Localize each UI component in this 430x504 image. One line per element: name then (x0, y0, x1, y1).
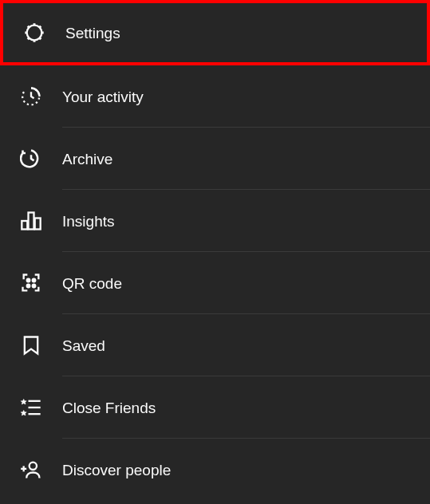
saved-icon (20, 334, 42, 356)
qrcode-icon (20, 272, 42, 294)
svg-point-5 (33, 279, 36, 282)
menu-item-insights[interactable]: Insights (0, 190, 430, 252)
menu-item-settings[interactable]: Settings (0, 0, 430, 65)
gear-icon (23, 22, 45, 44)
svg-point-6 (27, 285, 30, 288)
icon-wrapper (0, 334, 62, 356)
svg-marker-9 (21, 411, 26, 415)
icon-wrapper (0, 85, 62, 108)
svg-rect-1 (22, 221, 27, 230)
menu-label: QR code (62, 274, 430, 293)
svg-point-0 (27, 26, 42, 41)
insights-icon (20, 210, 42, 232)
menu-item-discover-people[interactable]: Discover people (0, 439, 430, 501)
icon-wrapper (0, 272, 62, 294)
menu-label: Discover people (62, 461, 430, 479)
menu-item-your-activity[interactable]: Your activity (0, 65, 430, 128)
svg-point-7 (33, 285, 36, 288)
icon-wrapper (0, 210, 62, 232)
menu-item-archive[interactable]: Archive (0, 128, 430, 190)
menu-label: Settings (65, 24, 427, 42)
discover-people-icon (20, 459, 42, 481)
icon-wrapper (0, 148, 62, 170)
menu-label: Saved (62, 337, 430, 355)
menu-item-qr-code[interactable]: QR code (0, 252, 430, 314)
menu-item-saved[interactable]: Saved (0, 314, 430, 376)
activity-icon (20, 85, 42, 108)
close-friends-icon (20, 396, 42, 419)
svg-point-13 (30, 463, 37, 470)
icon-wrapper (3, 22, 65, 44)
svg-rect-2 (29, 213, 34, 230)
svg-point-4 (27, 279, 30, 282)
archive-icon (20, 148, 42, 170)
icon-wrapper (0, 459, 62, 481)
menu-item-close-friends[interactable]: Close Friends (0, 376, 430, 439)
menu-container: Settings Your activity (0, 0, 430, 501)
svg-rect-3 (35, 219, 41, 230)
menu-label: Archive (62, 150, 430, 168)
svg-marker-8 (21, 400, 26, 404)
icon-wrapper (0, 396, 62, 419)
menu-label: Your activity (62, 88, 430, 106)
menu-label: Insights (62, 212, 430, 230)
menu-label: Close Friends (62, 399, 430, 417)
